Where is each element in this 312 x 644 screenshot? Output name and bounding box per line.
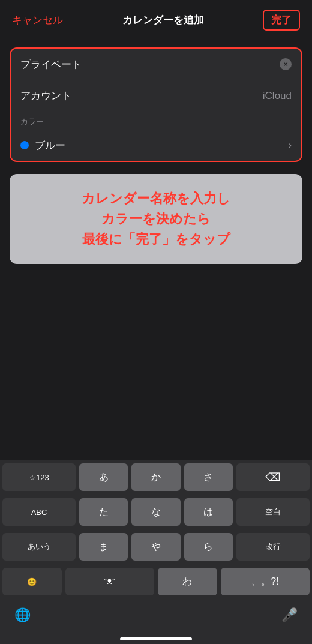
navigation-bar: キャンセル カレンダーを追加 完了 <box>0 0 312 40</box>
home-indicator <box>120 637 192 640</box>
key-ya[interactable]: や <box>131 533 180 561</box>
color-label: ブルー <box>35 139 285 152</box>
key-aiueo[interactable]: あいう <box>2 533 76 561</box>
color-section-label: カラー <box>20 117 44 126</box>
color-dot-blue <box>20 141 29 149</box>
done-button[interactable]: 完了 <box>263 10 300 31</box>
key-space[interactable]: 空白 <box>236 498 310 526</box>
globe-key[interactable]: 🌐 <box>10 603 35 628</box>
key-return[interactable]: 改行 <box>236 533 310 561</box>
clear-input-button[interactable] <box>280 58 292 70</box>
key-emoji[interactable]: 😊 <box>2 568 62 595</box>
mic-key[interactable]: 🎤 <box>277 603 302 628</box>
instruction-text: カレンダー名称を入力し カラーを決めたら 最後に「完了」をタップ <box>22 188 290 250</box>
key-ta[interactable]: た <box>79 498 128 526</box>
keyboard-row-3: あいう ま や ら 改行 <box>0 529 312 564</box>
key-a[interactable]: あ <box>79 463 128 491</box>
key-ha[interactable]: は <box>184 498 233 526</box>
calendar-name-input[interactable] <box>20 58 280 70</box>
key-punctuation[interactable]: 、。?! <box>221 568 310 595</box>
key-ra[interactable]: ら <box>184 533 233 561</box>
key-wa[interactable]: わ <box>158 568 217 595</box>
key-delete[interactable]: ⌫ <box>236 463 310 491</box>
cancel-button[interactable]: キャンセル <box>12 13 63 27</box>
chevron-right-icon: › <box>289 140 292 151</box>
color-section-header: カラー <box>11 111 301 130</box>
keyboard: ☆123 あ か さ ⌫ ABC た な は 空白 あいう ま や ら 改行 😊… <box>0 460 312 644</box>
key-ma[interactable]: ま <box>79 533 128 561</box>
key-sa[interactable]: さ <box>184 463 233 491</box>
color-row[interactable]: ブルー › <box>11 130 301 161</box>
key-kigo[interactable]: ☆123 <box>2 463 76 491</box>
keyboard-bottom-row: 🌐 🎤 <box>0 599 312 637</box>
key-ka[interactable]: か <box>131 463 180 491</box>
calendar-name-row <box>11 49 301 80</box>
account-row[interactable]: アカウント iCloud <box>11 80 301 111</box>
keyboard-row-1: ☆123 あ か さ ⌫ <box>0 460 312 495</box>
keyboard-row-2: ABC た な は 空白 <box>0 495 312 529</box>
key-dakuten[interactable]: ᵔᴥᵔ <box>65 568 154 595</box>
page-title: カレンダーを追加 <box>122 13 204 27</box>
account-label: アカウント <box>20 89 263 103</box>
key-abc[interactable]: ABC <box>2 498 76 526</box>
keyboard-row-4: 😊 ᵔᴥᵔ わ 、。?! <box>0 564 312 599</box>
account-value: iCloud <box>263 90 292 102</box>
instruction-box: カレンダー名称を入力し カラーを決めたら 最後に「完了」をタップ <box>10 174 302 264</box>
key-na[interactable]: な <box>131 498 180 526</box>
form-container: アカウント iCloud カラー ブルー › <box>10 47 302 162</box>
